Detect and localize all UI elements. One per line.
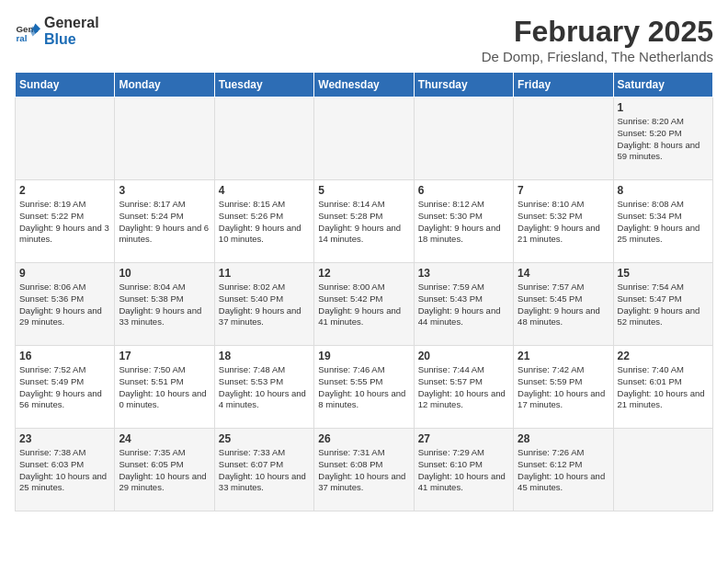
calendar-cell: 28Sunrise: 7:26 AM Sunset: 6:12 PM Dayli… xyxy=(514,429,613,511)
day-number: 28 xyxy=(518,432,609,445)
day-info: Sunrise: 8:14 AM Sunset: 5:28 PM Dayligh… xyxy=(318,199,409,246)
logo-icon: Gene ral xyxy=(15,18,40,44)
logo: Gene ral General Blue xyxy=(15,15,99,47)
day-number: 5 xyxy=(318,184,409,197)
calendar-week-row: 9Sunrise: 8:06 AM Sunset: 5:36 PM Daylig… xyxy=(16,263,713,346)
day-info: Sunrise: 7:46 AM Sunset: 5:55 PM Dayligh… xyxy=(318,364,409,411)
svg-text:ral: ral xyxy=(16,33,27,43)
day-info: Sunrise: 7:38 AM Sunset: 6:03 PM Dayligh… xyxy=(19,447,110,494)
day-info: Sunrise: 7:50 AM Sunset: 5:51 PM Dayligh… xyxy=(119,364,210,411)
day-header-friday: Friday xyxy=(514,73,613,98)
calendar-cell: 19Sunrise: 7:46 AM Sunset: 5:55 PM Dayli… xyxy=(314,346,414,429)
day-number: 26 xyxy=(318,432,409,445)
calendar-cell: 22Sunrise: 7:40 AM Sunset: 6:01 PM Dayli… xyxy=(613,346,712,429)
day-number: 21 xyxy=(518,350,609,362)
calendar-cell: 26Sunrise: 7:31 AM Sunset: 6:08 PM Dayli… xyxy=(314,429,414,511)
day-number: 22 xyxy=(618,350,709,362)
day-number: 2 xyxy=(19,184,110,197)
day-info: Sunrise: 8:20 AM Sunset: 5:20 PM Dayligh… xyxy=(618,116,709,163)
day-number: 14 xyxy=(518,267,609,280)
calendar-cell: 16Sunrise: 7:52 AM Sunset: 5:49 PM Dayli… xyxy=(16,346,115,429)
calendar-week-row: 1Sunrise: 8:20 AM Sunset: 5:20 PM Daylig… xyxy=(16,98,713,180)
calendar-cell xyxy=(414,98,513,180)
calendar-cell: 13Sunrise: 7:59 AM Sunset: 5:43 PM Dayli… xyxy=(414,263,513,346)
day-header-tuesday: Tuesday xyxy=(214,73,313,98)
calendar-cell: 10Sunrise: 8:04 AM Sunset: 5:38 PM Dayli… xyxy=(115,263,214,346)
calendar-cell: 21Sunrise: 7:42 AM Sunset: 5:59 PM Dayli… xyxy=(514,346,613,429)
day-number: 10 xyxy=(119,267,210,280)
calendar-cell: 6Sunrise: 8:12 AM Sunset: 5:30 PM Daylig… xyxy=(414,180,513,263)
calendar-cell xyxy=(613,429,712,511)
day-info: Sunrise: 7:40 AM Sunset: 6:01 PM Dayligh… xyxy=(618,364,709,411)
day-number: 15 xyxy=(618,267,709,280)
day-info: Sunrise: 7:48 AM Sunset: 5:53 PM Dayligh… xyxy=(219,364,310,411)
day-info: Sunrise: 8:15 AM Sunset: 5:26 PM Dayligh… xyxy=(219,199,310,246)
calendar-cell: 15Sunrise: 7:54 AM Sunset: 5:47 PM Dayli… xyxy=(613,263,712,346)
day-info: Sunrise: 8:08 AM Sunset: 5:34 PM Dayligh… xyxy=(618,199,709,246)
day-info: Sunrise: 8:17 AM Sunset: 5:24 PM Dayligh… xyxy=(119,199,210,246)
logo-line1: General xyxy=(44,15,99,31)
day-number: 17 xyxy=(119,350,210,362)
calendar-cell: 5Sunrise: 8:14 AM Sunset: 5:28 PM Daylig… xyxy=(314,180,414,263)
day-number: 25 xyxy=(219,432,310,445)
calendar-body: 1Sunrise: 8:20 AM Sunset: 5:20 PM Daylig… xyxy=(16,98,713,511)
day-info: Sunrise: 8:12 AM Sunset: 5:30 PM Dayligh… xyxy=(418,199,509,246)
day-number: 8 xyxy=(618,184,709,197)
day-number: 13 xyxy=(418,267,509,280)
calendar-cell: 17Sunrise: 7:50 AM Sunset: 5:51 PM Dayli… xyxy=(115,346,214,429)
calendar-cell: 11Sunrise: 8:02 AM Sunset: 5:40 PM Dayli… xyxy=(214,263,313,346)
day-header-saturday: Saturday xyxy=(613,73,712,98)
day-header-thursday: Thursday xyxy=(414,73,513,98)
day-info: Sunrise: 7:59 AM Sunset: 5:43 PM Dayligh… xyxy=(418,282,509,328)
day-info: Sunrise: 7:26 AM Sunset: 6:12 PM Dayligh… xyxy=(518,447,609,494)
calendar-cell: 7Sunrise: 8:10 AM Sunset: 5:32 PM Daylig… xyxy=(514,180,613,263)
calendar-cell: 3Sunrise: 8:17 AM Sunset: 5:24 PM Daylig… xyxy=(115,180,214,263)
day-number: 18 xyxy=(219,350,310,362)
day-number: 6 xyxy=(418,184,509,197)
calendar-cell xyxy=(514,98,613,180)
calendar-cell: 24Sunrise: 7:35 AM Sunset: 6:05 PM Dayli… xyxy=(115,429,214,511)
day-number: 4 xyxy=(219,184,310,197)
logo-line2: Blue xyxy=(44,31,99,48)
calendar-cell: 20Sunrise: 7:44 AM Sunset: 5:57 PM Dayli… xyxy=(414,346,513,429)
calendar-cell: 25Sunrise: 7:33 AM Sunset: 6:07 PM Dayli… xyxy=(214,429,313,511)
day-number: 20 xyxy=(418,350,509,362)
main-title: February 2025 xyxy=(482,15,713,49)
calendar-week-row: 23Sunrise: 7:38 AM Sunset: 6:03 PM Dayli… xyxy=(16,429,713,511)
calendar-cell xyxy=(16,98,115,180)
day-info: Sunrise: 8:10 AM Sunset: 5:32 PM Dayligh… xyxy=(518,199,609,246)
day-info: Sunrise: 8:19 AM Sunset: 5:22 PM Dayligh… xyxy=(19,199,110,246)
day-number: 9 xyxy=(19,267,110,280)
day-header-monday: Monday xyxy=(115,73,214,98)
day-number: 16 xyxy=(19,350,110,362)
calendar-cell: 18Sunrise: 7:48 AM Sunset: 5:53 PM Dayli… xyxy=(214,346,313,429)
calendar-cell: 23Sunrise: 7:38 AM Sunset: 6:03 PM Dayli… xyxy=(16,429,115,511)
day-info: Sunrise: 7:35 AM Sunset: 6:05 PM Dayligh… xyxy=(119,447,210,494)
day-info: Sunrise: 8:02 AM Sunset: 5:40 PM Dayligh… xyxy=(219,282,310,328)
day-info: Sunrise: 7:42 AM Sunset: 5:59 PM Dayligh… xyxy=(518,364,609,411)
day-number: 24 xyxy=(119,432,210,445)
calendar-cell xyxy=(115,98,214,180)
subtitle: De Domp, Friesland, The Netherlands xyxy=(482,49,713,64)
day-info: Sunrise: 7:52 AM Sunset: 5:49 PM Dayligh… xyxy=(19,364,110,411)
calendar-cell xyxy=(314,98,414,180)
calendar-table: SundayMondayTuesdayWednesdayThursdayFrid… xyxy=(15,72,713,511)
calendar-cell: 2Sunrise: 8:19 AM Sunset: 5:22 PM Daylig… xyxy=(16,180,115,263)
calendar-cell: 8Sunrise: 8:08 AM Sunset: 5:34 PM Daylig… xyxy=(613,180,712,263)
title-area: February 2025 De Domp, Friesland, The Ne… xyxy=(482,15,713,64)
day-info: Sunrise: 8:00 AM Sunset: 5:42 PM Dayligh… xyxy=(318,282,409,328)
day-info: Sunrise: 8:06 AM Sunset: 5:36 PM Dayligh… xyxy=(19,282,110,328)
calendar-cell: 14Sunrise: 7:57 AM Sunset: 5:45 PM Dayli… xyxy=(514,263,613,346)
day-number: 27 xyxy=(418,432,509,445)
day-number: 7 xyxy=(518,184,609,197)
day-info: Sunrise: 7:33 AM Sunset: 6:07 PM Dayligh… xyxy=(219,447,310,494)
day-info: Sunrise: 8:04 AM Sunset: 5:38 PM Dayligh… xyxy=(119,282,210,328)
day-header-wednesday: Wednesday xyxy=(314,73,414,98)
day-info: Sunrise: 7:29 AM Sunset: 6:10 PM Dayligh… xyxy=(418,447,509,494)
day-number: 3 xyxy=(119,184,210,197)
day-number: 19 xyxy=(318,350,409,362)
day-header-sunday: Sunday xyxy=(16,73,115,98)
day-info: Sunrise: 7:54 AM Sunset: 5:47 PM Dayligh… xyxy=(618,282,709,328)
calendar-cell: 1Sunrise: 8:20 AM Sunset: 5:20 PM Daylig… xyxy=(613,98,712,180)
day-info: Sunrise: 7:31 AM Sunset: 6:08 PM Dayligh… xyxy=(318,447,409,494)
